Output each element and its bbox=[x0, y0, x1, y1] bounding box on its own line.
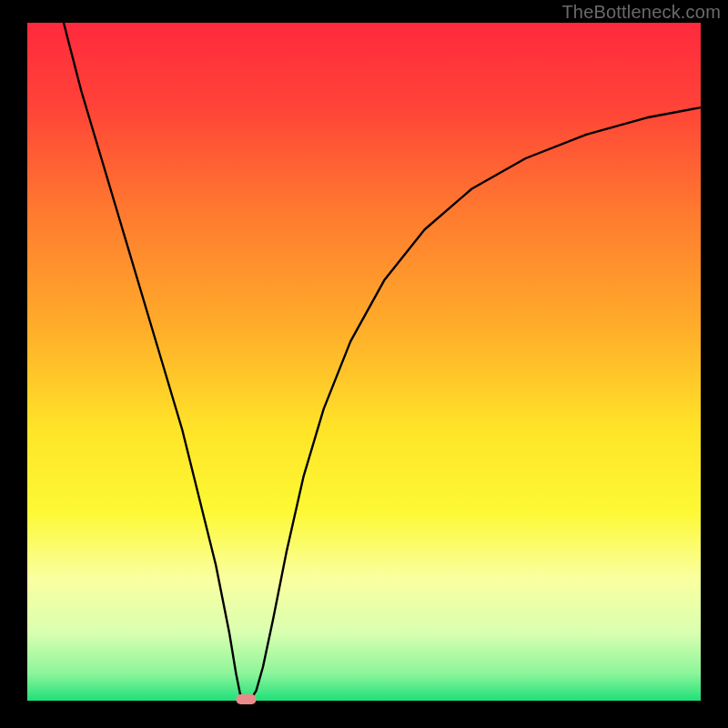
minimum-marker bbox=[237, 694, 257, 704]
gradient-background bbox=[27, 23, 701, 701]
bottleneck-chart: TheBottleneck.com bbox=[0, 0, 728, 728]
watermark-text: TheBottleneck.com bbox=[561, 2, 721, 23]
chart-svg bbox=[0, 0, 728, 728]
